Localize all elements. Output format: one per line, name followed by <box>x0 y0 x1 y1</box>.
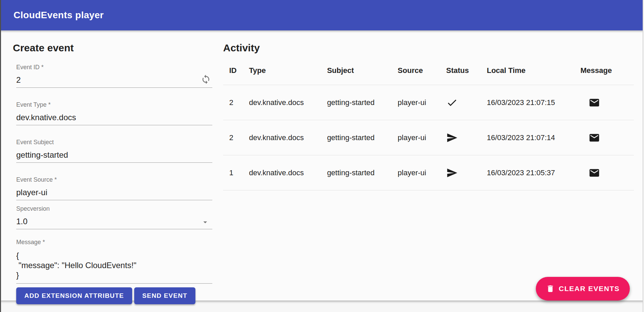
message-textarea[interactable]: { "message": "Hello CloudEvents!" } <box>16 251 212 283</box>
add-extension-attribute-button[interactable]: ADD EXTENSION ATTRIBUTE <box>16 287 132 304</box>
specversion-value[interactable]: 1.0 <box>16 217 212 229</box>
cell-local-time: 16/03/2023 21:05:37 <box>487 168 580 177</box>
activity-table: ID Type Subject Source Status Local Time… <box>223 56 634 190</box>
event-subject-label: Event Subject <box>16 139 212 145</box>
column-header-message: Message <box>580 66 634 75</box>
cell-status <box>446 97 487 108</box>
check-icon <box>446 97 458 108</box>
activity-panel: Activity ID Type Subject Source Status L… <box>213 30 644 301</box>
cell-message <box>580 167 634 179</box>
cell-local-time: 16/03/2023 21:07:15 <box>487 98 580 107</box>
event-subject-field[interactable]: Event Subject getting-started <box>16 139 212 163</box>
event-type-input[interactable]: dev.knative.docs <box>16 113 212 125</box>
event-source-label: Event Source * <box>16 177 212 183</box>
column-header-subject: Subject <box>327 66 398 75</box>
cell-subject: getting-started <box>327 168 398 177</box>
event-source-input[interactable]: player-ui <box>16 188 212 200</box>
create-event-panel: Create event Event ID * 2 Event Type * d… <box>0 30 213 301</box>
activity-title: Activity <box>223 43 634 53</box>
cell-message <box>580 97 634 108</box>
table-row: 2 dev.knative.docs getting-started playe… <box>223 85 634 120</box>
table-row: 2 dev.knative.docs getting-started playe… <box>223 120 634 155</box>
dropdown-caret-icon <box>201 218 210 228</box>
event-id-label: Event ID * <box>16 64 212 70</box>
mail-icon[interactable] <box>589 97 600 108</box>
cell-source: player-ui <box>398 133 446 142</box>
event-id-field[interactable]: Event ID * 2 <box>16 64 212 88</box>
cell-id: 2 <box>223 133 249 142</box>
event-type-label: Event Type * <box>16 102 212 108</box>
cell-subject: getting-started <box>327 98 398 107</box>
cell-status <box>446 167 487 179</box>
specversion-select[interactable]: Specversion 1.0 <box>16 206 212 229</box>
send-icon <box>446 167 458 179</box>
cell-id: 2 <box>223 98 249 107</box>
form-actions: ADD EXTENSION ATTRIBUTE SEND EVENT <box>16 287 212 304</box>
event-id-input[interactable]: 2 <box>16 76 212 87</box>
event-subject-input[interactable]: getting-started <box>16 151 212 162</box>
clear-events-label: CLEAR EVENTS <box>559 285 620 293</box>
column-header-local-time: Local Time <box>487 66 580 75</box>
column-header-source: Source <box>398 66 446 75</box>
table-header-row: ID Type Subject Source Status Local Time… <box>223 56 634 85</box>
mail-icon[interactable] <box>589 167 600 179</box>
column-header-type: Type <box>249 66 327 75</box>
create-event-form: Event ID * 2 Event Type * dev.knative.do… <box>16 64 212 304</box>
table-row: 1 dev.knative.docs getting-started playe… <box>223 155 634 190</box>
cell-type: dev.knative.docs <box>249 168 327 177</box>
cell-id: 1 <box>223 168 249 177</box>
cell-type: dev.knative.docs <box>249 133 327 142</box>
specversion-label: Specversion <box>16 206 212 212</box>
column-header-status: Status <box>446 66 487 75</box>
sync-icon[interactable] <box>201 74 211 86</box>
cell-type: dev.knative.docs <box>249 98 327 107</box>
column-header-id: ID <box>223 66 249 75</box>
app-title: CloudEvents player <box>14 10 104 21</box>
send-event-button[interactable]: SEND EVENT <box>134 287 195 304</box>
send-icon <box>446 132 458 144</box>
trash-icon <box>546 284 555 293</box>
cell-status <box>446 132 487 144</box>
cell-message <box>580 132 634 144</box>
cell-subject: getting-started <box>327 133 398 142</box>
cell-local-time: 16/03/2023 21:07:14 <box>487 133 580 142</box>
message-field[interactable]: Message * { "message": "Hello CloudEvent… <box>16 239 212 284</box>
app-bar: CloudEvents player <box>0 0 644 30</box>
event-type-field[interactable]: Event Type * dev.knative.docs <box>16 102 212 125</box>
cell-source: player-ui <box>398 98 446 107</box>
table-body: 2 dev.knative.docs getting-started playe… <box>223 85 634 190</box>
create-event-title: Create event <box>13 43 213 53</box>
cell-source: player-ui <box>398 168 446 177</box>
message-label: Message * <box>16 239 212 245</box>
mail-icon[interactable] <box>589 132 600 144</box>
window-edge <box>0 0 1 312</box>
event-source-field[interactable]: Event Source * player-ui <box>16 177 212 200</box>
main-content: Create event Event ID * 2 Event Type * d… <box>0 30 644 301</box>
clear-events-button[interactable]: CLEAR EVENTS <box>536 277 630 301</box>
scrollbar[interactable] <box>643 0 644 312</box>
